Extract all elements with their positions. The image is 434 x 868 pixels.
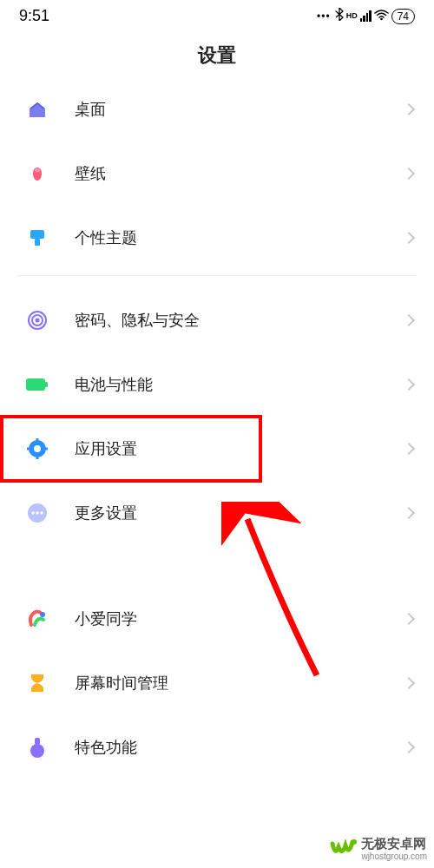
watermark-url: wjhostgroup.com [361,852,427,861]
item-label: 电池与性能 [75,374,404,395]
hourglass-icon [24,670,50,696]
item-label: 更多设置 [75,503,404,523]
svg-point-19 [40,612,45,617]
svg-rect-8 [45,382,48,387]
item-theme[interactable]: 个性主题 [0,209,434,266]
xiaoai-icon [24,606,50,632]
svg-rect-2 [30,230,44,239]
svg-rect-21 [35,738,40,745]
fingerprint-icon [24,307,50,333]
item-more[interactable]: 更多设置 [0,484,434,542]
item-wallpaper[interactable]: 壁纸 [0,145,434,202]
chevron-right-icon [403,443,415,455]
status-time: 9:51 [19,7,49,25]
svg-rect-14 [44,448,48,450]
svg-point-6 [36,319,40,323]
chevron-right-icon [403,613,415,625]
more-dots-icon: ••• [317,10,331,23]
svg-rect-3 [35,239,40,246]
svg-point-16 [31,511,35,515]
item-xiaoai[interactable]: 小爱同学 [0,590,434,648]
battery-icon [24,372,50,398]
item-label: 密码、隐私与安全 [75,310,404,331]
settings-list: 桌面 壁纸 个性主题 密码、隐私与安全 电池与性能 [0,81,434,776]
item-desktop[interactable]: 桌面 [0,81,434,138]
item-label: 桌面 [75,99,404,120]
chevron-right-icon [403,741,415,753]
svg-point-1 [35,168,40,173]
svg-point-17 [36,511,39,515]
status-indicators: ••• HD 74 [317,8,415,25]
svg-rect-13 [27,448,30,450]
bluetooth-icon [335,8,344,25]
chevron-right-icon [403,378,415,391]
svg-rect-12 [36,456,39,459]
svg-point-20 [30,744,44,758]
svg-point-10 [34,445,41,452]
item-battery[interactable]: 电池与性能 [0,356,434,413]
chevron-right-icon [403,314,415,326]
svg-rect-7 [26,378,45,391]
signal-icon [360,10,372,22]
item-label: 个性主题 [75,227,404,248]
svg-point-0 [380,17,383,20]
battery-indicator: 74 [391,9,415,24]
svg-point-22 [352,839,357,845]
wallpaper-icon [24,161,50,187]
watermark: 无极安卓网 wjhostgroup.com [330,835,427,863]
theme-icon [24,225,50,251]
status-bar: 9:51 ••• HD 74 [0,0,434,29]
wifi-icon [374,8,389,25]
divider [17,275,417,276]
chevron-right-icon [403,168,415,180]
item-label: 壁纸 [75,163,404,184]
flask-icon [24,734,50,760]
item-label: 应用设置 [75,438,404,459]
watermark-title: 无极安卓网 [361,837,427,852]
svg-rect-11 [36,438,39,442]
page-title: 设置 [0,43,434,69]
item-label: 屏幕时间管理 [75,673,404,694]
svg-point-18 [40,511,43,515]
item-label: 小爱同学 [75,608,404,629]
item-screentime[interactable]: 屏幕时间管理 [0,654,434,712]
item-label: 特色功能 [75,737,404,758]
chevron-right-icon [403,103,415,115]
item-special[interactable]: 特色功能 [0,719,434,776]
gear-icon [24,436,50,462]
watermark-logo-icon [330,835,358,863]
item-apps[interactable]: 应用设置 [0,420,434,477]
chevron-right-icon [403,507,415,519]
more-icon [24,500,50,526]
item-security[interactable]: 密码、隐私与安全 [0,292,434,349]
desktop-icon [24,96,50,122]
chevron-right-icon [403,677,415,689]
chevron-right-icon [403,232,415,244]
hd-icon: HD [346,12,358,20]
